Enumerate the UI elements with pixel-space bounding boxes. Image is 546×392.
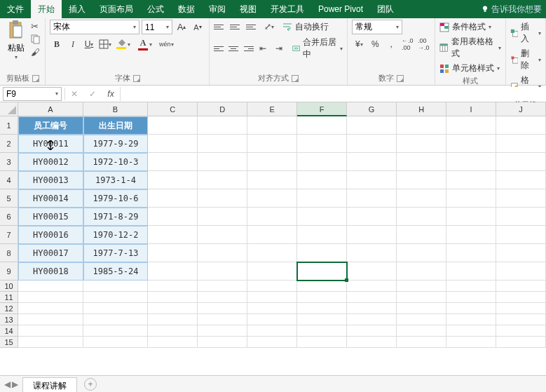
cell[interactable]: HY00014	[18, 189, 83, 208]
font-size-combo[interactable]: 11▾	[142, 20, 172, 34]
tab-insert[interactable]: 插入	[62, 0, 93, 18]
col-header[interactable]: C	[148, 102, 198, 116]
cell[interactable]	[148, 189, 198, 208]
cell[interactable]	[198, 303, 247, 314]
cell[interactable]	[18, 281, 83, 292]
tab-file[interactable]: 文件	[0, 0, 31, 18]
col-header[interactable]: I	[446, 102, 496, 116]
col-header[interactable]: D	[198, 102, 247, 116]
tab-page-layout[interactable]: 页面布局	[93, 0, 140, 18]
cell[interactable]	[446, 325, 496, 337]
cell[interactable]	[297, 171, 347, 189]
row-header[interactable]: 15	[0, 337, 18, 348]
copy-button[interactable]	[31, 34, 41, 44]
cell[interactable]	[446, 244, 496, 262]
row-header[interactable]: 12	[0, 303, 18, 314]
cell[interactable]	[347, 314, 397, 325]
formula-input[interactable]	[120, 87, 546, 101]
underline-button[interactable]: U▾	[82, 37, 96, 51]
cell[interactable]: 1971-8-29	[83, 208, 149, 226]
cell[interactable]	[446, 303, 496, 314]
cell[interactable]	[397, 292, 446, 303]
cell[interactable]	[83, 337, 149, 348]
increase-indent-button[interactable]: ⇥	[272, 41, 286, 55]
tab-data[interactable]: 数据	[171, 0, 202, 18]
align-center-button[interactable]	[228, 42, 240, 55]
increase-decimal-button[interactable]: ←.0.00	[400, 37, 414, 51]
tab-power-pivot[interactable]: Power Pivot	[311, 0, 370, 18]
cell[interactable]	[347, 303, 397, 314]
cell[interactable]: 1977-7-13	[83, 244, 149, 262]
cell[interactable]	[297, 153, 347, 171]
cell[interactable]	[347, 226, 397, 244]
row-header[interactable]: 11	[0, 292, 18, 303]
cell[interactable]	[496, 189, 546, 208]
cell[interactable]	[198, 116, 247, 135]
cell[interactable]	[347, 153, 397, 171]
select-all-corner[interactable]	[0, 102, 18, 116]
cell[interactable]	[148, 303, 198, 314]
format-as-table-button[interactable]: 套用表格格式▾	[439, 36, 500, 60]
cell[interactable]	[347, 281, 397, 292]
cell[interactable]	[198, 208, 247, 226]
cell[interactable]	[446, 171, 496, 189]
cell[interactable]	[397, 314, 446, 325]
col-header[interactable]: F	[297, 102, 347, 116]
cell[interactable]	[496, 281, 546, 292]
cell[interactable]	[297, 303, 347, 314]
tab-view[interactable]: 视图	[233, 0, 264, 18]
number-format-combo[interactable]: 常规▾	[352, 20, 402, 34]
insert-cells-button[interactable]: 插入▾	[510, 21, 542, 45]
align-right-button[interactable]	[242, 42, 254, 55]
cell[interactable]	[198, 189, 247, 208]
cell[interactable]	[397, 171, 446, 189]
cell[interactable]: HY00018	[18, 262, 83, 281]
increase-font-button[interactable]: A▴	[175, 20, 189, 34]
cell[interactable]	[247, 226, 297, 244]
cell[interactable]	[198, 153, 247, 171]
align-middle-button[interactable]	[230, 20, 244, 33]
cell[interactable]	[198, 337, 247, 348]
cell[interactable]	[446, 116, 496, 135]
tell-me[interactable]: 告诉我你想要	[477, 4, 546, 15]
cell[interactable]	[347, 189, 397, 208]
row-header[interactable]: 8	[0, 244, 18, 262]
fill-color-button[interactable]: ▾	[114, 37, 128, 51]
cell[interactable]	[148, 135, 198, 153]
cut-button[interactable]: ✂	[31, 21, 41, 32]
row-header[interactable]: 2	[0, 135, 18, 153]
col-header[interactable]: E	[247, 102, 297, 116]
decrease-indent-button[interactable]: ⇤	[256, 41, 270, 55]
cell[interactable]	[83, 303, 149, 314]
cell-styles-button[interactable]: 单元格样式▾	[439, 62, 500, 74]
cell[interactable]	[297, 337, 347, 348]
cell[interactable]	[297, 292, 347, 303]
cell[interactable]	[347, 337, 397, 348]
cell[interactable]: HY00013	[18, 171, 83, 189]
cell[interactable]	[198, 281, 247, 292]
cell[interactable]	[496, 153, 546, 171]
cell[interactable]	[247, 171, 297, 189]
cell[interactable]: 1977-9-29	[83, 135, 149, 153]
cell[interactable]	[347, 292, 397, 303]
cell[interactable]	[496, 325, 546, 337]
cell[interactable]	[397, 153, 446, 171]
cell[interactable]	[496, 244, 546, 262]
cell[interactable]	[297, 281, 347, 292]
cell[interactable]: HY00016	[18, 226, 83, 244]
cell[interactable]: HY00017	[18, 244, 83, 262]
cell[interactable]	[247, 116, 297, 135]
sheet-nav-prev[interactable]: ◀	[4, 379, 11, 389]
active-cell[interactable]	[297, 262, 347, 281]
row-header[interactable]: 14	[0, 325, 18, 337]
cell[interactable]	[247, 135, 297, 153]
conditional-format-button[interactable]: 条件格式▾	[439, 21, 491, 33]
merge-center-button[interactable]: 合并后居中▾	[292, 36, 343, 60]
cell[interactable]	[496, 171, 546, 189]
sheet-tab[interactable]: 课程讲解	[22, 377, 77, 393]
cell[interactable]	[148, 244, 198, 262]
col-header[interactable]: B	[83, 102, 149, 116]
tab-home[interactable]: 开始	[31, 0, 62, 18]
cell[interactable]	[148, 337, 198, 348]
cell[interactable]	[198, 171, 247, 189]
